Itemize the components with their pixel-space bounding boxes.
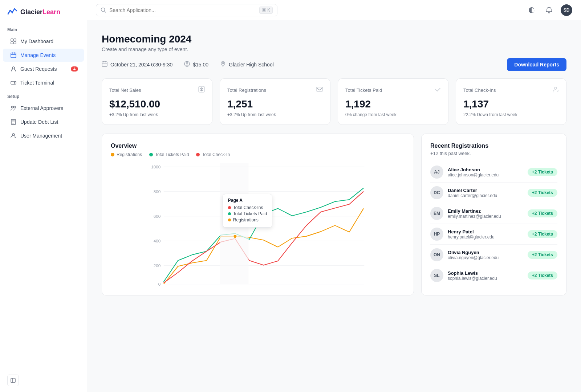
location-icon xyxy=(220,61,226,68)
guest-requests-badge: 4 xyxy=(71,66,78,72)
chart-card: Overview Registrations Total Tickets Pai… xyxy=(102,134,414,295)
svg-point-5 xyxy=(12,67,15,69)
chart-tooltip: Page A Total Check-Ins Total Tickets Pai… xyxy=(223,194,272,228)
reg-email: sophia.lewis@glacier.edu xyxy=(448,276,523,281)
sidebar-item-label: My Dashboard xyxy=(20,38,53,44)
reg-info: Olivia Nguyen olivia.nguyen@glacier.edu xyxy=(448,250,523,260)
sidebar-item-ticket-terminal[interactable]: Ticket Terminal xyxy=(3,76,84,89)
legend-registrations: Registrations xyxy=(111,152,142,157)
page-subtitle: Create and manage any type of event. xyxy=(102,46,566,52)
reg-badge: +2 Tickets xyxy=(528,271,557,279)
reg-info: Alice Johnson alice.johnson@glacier.edu xyxy=(448,167,523,177)
reg-email: daniel.carter@glacier.edu xyxy=(448,193,523,198)
sidebar-item-external-approvers[interactable]: External Approvers xyxy=(3,102,84,115)
page-meta: October 21, 2024 6:30-9:30 $15.00 Glacie… xyxy=(102,58,566,71)
logo: GlacierLearn xyxy=(0,0,87,23)
tooltip-label: Total Check-Ins xyxy=(233,205,263,210)
main-content: ⌘ K SD Homecoming 2024 Create and manage… xyxy=(87,0,581,392)
svg-text:1000: 1000 xyxy=(151,164,161,169)
reg-badge: +2 Tickets xyxy=(528,189,557,197)
svg-text:200: 200 xyxy=(154,263,161,268)
registrations-subtitle: +12 this past week. xyxy=(430,151,557,156)
stat-value: 1,251 xyxy=(227,98,323,110)
reg-badge: +2 Tickets xyxy=(528,168,557,176)
reg-email: olivia.nguyen@glacier.edu xyxy=(448,255,523,260)
guest-icon xyxy=(10,66,17,72)
registration-item: HP Henry Patel henry.patel@glacier.edu +… xyxy=(430,224,557,245)
stat-change: 22.2% Down from last week xyxy=(463,112,559,117)
svg-rect-0 xyxy=(11,39,13,41)
svg-rect-11 xyxy=(11,378,15,383)
calendar-icon xyxy=(102,61,107,68)
user-avatar[interactable]: SD xyxy=(561,4,572,16)
sidebar-item-guest-requests[interactable]: Guest Requests 4 xyxy=(3,62,84,75)
legend-dot-tickets-paid xyxy=(149,153,153,156)
collapse-sidebar-button[interactable] xyxy=(7,375,19,386)
dark-mode-button[interactable] xyxy=(526,4,537,16)
search-bar[interactable]: ⌘ K xyxy=(96,4,277,16)
checkin-icon xyxy=(552,86,559,94)
sidebar-item-my-dashboard[interactable]: My Dashboard xyxy=(3,35,84,48)
sidebar: GlacierLearn Main My Dashboard Manage Ev… xyxy=(0,0,87,392)
sidebar-item-user-management[interactable]: User Management xyxy=(3,129,84,142)
svg-text:800: 800 xyxy=(154,189,161,194)
legend-checkin: Total Check-In xyxy=(196,152,230,157)
registrations-card: Recent Registrations +12 this past week.… xyxy=(421,134,566,295)
avatar: DC xyxy=(430,186,443,199)
search-input[interactable] xyxy=(109,7,256,13)
page-title: Homecoming 2024 xyxy=(102,33,566,45)
registration-item: SL Sophia Lewis sophia.lewis@glacier.edu… xyxy=(430,265,557,286)
svg-rect-3 xyxy=(14,42,16,44)
reg-name: Sophia Lewis xyxy=(448,270,523,276)
notifications-button[interactable] xyxy=(543,4,555,16)
chart-legend: Registrations Total Tickets Paid Total C… xyxy=(111,152,405,157)
reg-info: Henry Patel henry.patel@glacier.edu xyxy=(448,229,523,240)
sidebar-bottom xyxy=(0,369,87,392)
check-icon xyxy=(434,86,441,94)
reg-name: Henry Patel xyxy=(448,229,523,234)
stat-label: Total Tickets Paid xyxy=(345,87,382,93)
legend-dot-checkin xyxy=(196,153,200,156)
sidebar-item-label: User Management xyxy=(20,133,62,139)
avatar: HP xyxy=(430,228,443,241)
stats-grid: Totel Net Sales $12,510.00 +3.2% Up from… xyxy=(102,78,566,125)
search-shortcut: ⌘ K xyxy=(259,7,273,14)
topbar-right: SD xyxy=(526,4,572,16)
stat-value: 1,137 xyxy=(463,98,559,110)
reg-badge: +2 Tickets xyxy=(528,230,557,238)
chart-area: 1000 800 600 400 200 0 xyxy=(111,163,405,286)
registration-item: AJ Alice Johnson alice.johnson@glacier.e… xyxy=(430,162,557,183)
debt-icon xyxy=(10,119,17,125)
download-reports-button[interactable]: Download Reports xyxy=(507,58,566,71)
stat-change: +3.2% Up from last week xyxy=(227,112,323,117)
reg-info: Emily Martinez emily.martinez@glacier.ed… xyxy=(448,208,523,219)
reg-name: Daniel Carter xyxy=(448,188,523,193)
tooltip-row: Total Check-Ins xyxy=(228,205,267,210)
svg-text:400: 400 xyxy=(154,238,161,243)
svg-rect-13 xyxy=(102,62,107,66)
avatar: SL xyxy=(430,269,443,282)
stat-value: 1,192 xyxy=(345,98,441,110)
stat-card-registrations: Total Registrations 1,251 +3.2% Up from … xyxy=(220,78,330,125)
reg-badge: +2 Tickets xyxy=(528,209,557,217)
event-location: Glacier High School xyxy=(220,61,274,68)
page-header: Homecoming 2024 Create and manage any ty… xyxy=(102,33,566,71)
sidebar-item-update-debt-list[interactable]: Update Debt List xyxy=(3,115,84,128)
dashboard-icon xyxy=(10,38,17,45)
sidebar-section-setup: Setup xyxy=(0,90,87,101)
search-icon xyxy=(101,7,106,13)
svg-rect-16 xyxy=(317,87,322,91)
tooltip-dot xyxy=(228,219,231,221)
stat-card-checkins: Total Check-Ins 1,137 22.2% Down from la… xyxy=(456,78,566,125)
registration-item: DC Daniel Carter daniel.carter@glacier.e… xyxy=(430,183,557,203)
sidebar-item-manage-events[interactable]: Manage Events xyxy=(3,49,84,62)
approvers-icon xyxy=(10,105,17,111)
stat-change: +3.2% Up from last week xyxy=(109,112,205,117)
reg-name: Emily Martinez xyxy=(448,208,523,214)
svg-text:600: 600 xyxy=(154,214,161,219)
stat-label: Total Check-Ins xyxy=(463,87,496,93)
legend-tickets-paid: Total Tickets Paid xyxy=(149,152,189,157)
chart-title: Overview xyxy=(111,143,405,149)
registration-item: EM Emily Martinez emily.martinez@glacier… xyxy=(430,203,557,224)
tooltip-dot xyxy=(228,206,231,209)
